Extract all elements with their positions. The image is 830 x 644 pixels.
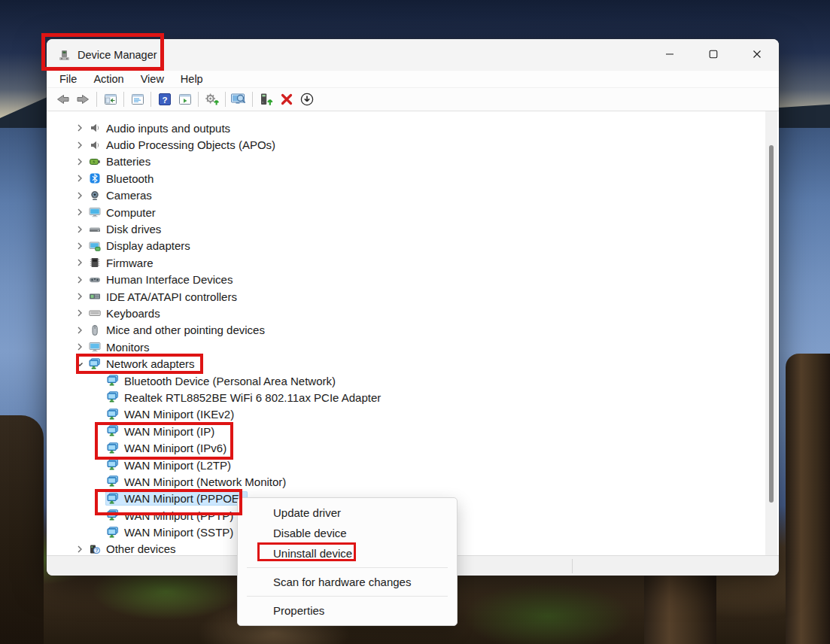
scrollbar-thumb[interactable] bbox=[769, 145, 774, 503]
tree-item-disk-drives[interactable]: Disk drives bbox=[47, 220, 779, 237]
tree-item-display-adapters[interactable]: Display adapters bbox=[47, 238, 779, 254]
camera-icon bbox=[89, 190, 101, 202]
close-button[interactable] bbox=[735, 39, 779, 69]
tree-item-wan-miniport-network-monitor[interactable]: WAN Miniport (Network Monitor) bbox=[47, 473, 779, 490]
tree-item-content[interactable]: Human Interface Devices bbox=[87, 272, 237, 287]
menu-file[interactable]: File bbox=[51, 71, 85, 87]
tree-item-wan-miniport-l2tp[interactable]: WAN Miniport (L2TP) bbox=[47, 457, 779, 473]
context-menu-disable-device[interactable]: Disable device bbox=[238, 523, 457, 543]
back-button[interactable] bbox=[53, 90, 73, 109]
context-menu-uninstall-device[interactable]: Uninstall device bbox=[238, 543, 457, 564]
update-driver-button[interactable] bbox=[256, 90, 276, 109]
tree-item-content[interactable]: WAN Miniport (IKEv2) bbox=[105, 407, 239, 421]
tree-item-mice-and-other-pointing-devices[interactable]: Mice and other pointing devices bbox=[47, 322, 779, 339]
chevron-right-icon[interactable] bbox=[72, 190, 87, 202]
tree-item-content[interactable]: Computer bbox=[87, 205, 160, 220]
console-tree-icon bbox=[103, 92, 118, 107]
tree-item-bluetooth-device-personal-area-network[interactable]: Bluetooth Device (Personal Area Network) bbox=[47, 372, 779, 389]
disable-device-button[interactable] bbox=[296, 90, 317, 109]
tree-item-content[interactable]: Audio inputs and outputs bbox=[87, 121, 235, 135]
forward-button[interactable] bbox=[73, 90, 93, 109]
action-pane-button[interactable] bbox=[175, 90, 195, 109]
tree-item-content[interactable]: Mice and other pointing devices bbox=[87, 323, 269, 337]
chevron-right-icon[interactable] bbox=[72, 139, 87, 151]
context-menu-properties[interactable]: Properties bbox=[238, 600, 457, 621]
menu-bar: FileActionViewHelp bbox=[47, 71, 779, 88]
tree-item-content[interactable]: ?Other devices bbox=[87, 542, 181, 555]
chevron-right-icon[interactable] bbox=[72, 172, 87, 184]
maximize-button[interactable] bbox=[692, 39, 735, 69]
tree-item-label: WAN Miniport (PPTP) bbox=[124, 509, 233, 522]
tree-item-content[interactable]: Network adapters bbox=[87, 357, 199, 371]
tree-item-cameras[interactable]: Cameras bbox=[47, 187, 779, 204]
tree-item-label: Human Interface Devices bbox=[106, 273, 233, 286]
chevron-right-icon[interactable] bbox=[72, 341, 87, 353]
chevron-right-icon[interactable] bbox=[72, 257, 87, 269]
scan-hardware-changes-button[interactable] bbox=[229, 90, 249, 109]
menu-help[interactable]: Help bbox=[172, 71, 211, 87]
tree-item-audio-processing-objects-apos[interactable]: Audio Processing Objects (APOs) bbox=[47, 136, 779, 153]
tree-item-content[interactable]: Audio Processing Objects (APOs) bbox=[87, 138, 280, 152]
tree-item-content[interactable]: WAN Miniport (SSTP) bbox=[105, 525, 238, 539]
tree-item-content[interactable]: WAN Miniport (PPPOE) bbox=[105, 491, 248, 506]
menu-view[interactable]: View bbox=[132, 71, 172, 87]
tree-item-keyboards[interactable]: Keyboards bbox=[47, 305, 779, 321]
chevron-right-icon[interactable] bbox=[72, 122, 87, 134]
tree-item-network-adapters[interactable]: Network adapters bbox=[47, 355, 779, 372]
bluetooth-icon bbox=[89, 172, 101, 184]
tree-item-content[interactable]: WAN Miniport (IP) bbox=[105, 424, 219, 439]
tree-item-content[interactable]: WAN Miniport (IPv6) bbox=[105, 441, 231, 455]
tree-item-bluetooth[interactable]: Bluetooth bbox=[47, 170, 779, 187]
chevron-right-icon[interactable] bbox=[72, 274, 87, 286]
update-driver-software-button[interactable] bbox=[202, 90, 222, 109]
tree-item-computer[interactable]: Computer bbox=[47, 204, 779, 220]
tree-item-realtek-rtl8852be-wifi-6-802-11ax-pcie-adapter[interactable]: Realtek RTL8852BE WiFi 6 802.11ax PCIe A… bbox=[47, 389, 779, 406]
tree-item-content[interactable]: Cameras bbox=[87, 188, 157, 202]
chevron-right-icon[interactable] bbox=[72, 324, 87, 336]
tree-item-content[interactable]: Bluetooth Device (Personal Area Network) bbox=[105, 374, 340, 388]
tree-item-firmware[interactable]: Firmware bbox=[47, 254, 779, 271]
tree-item-content[interactable]: Monitors bbox=[87, 340, 154, 354]
tree-item-content[interactable]: Disk drives bbox=[87, 222, 166, 236]
svg-text:?: ? bbox=[96, 548, 99, 553]
minimize-button[interactable] bbox=[648, 39, 692, 69]
help-button[interactable]: ? bbox=[154, 90, 175, 109]
chevron-right-icon[interactable] bbox=[72, 240, 87, 252]
tree-item-content[interactable]: Keyboards bbox=[87, 306, 165, 320]
wallpaper-tree-trunk bbox=[786, 354, 830, 644]
tree-item-batteries[interactable]: Batteries bbox=[47, 153, 779, 170]
chevron-right-icon[interactable] bbox=[72, 206, 87, 218]
tree-item-audio-inputs-and-outputs[interactable]: Audio inputs and outputs bbox=[47, 120, 779, 136]
context-menu-scan-for-hardware-changes[interactable]: Scan for hardware changes bbox=[238, 572, 457, 592]
network-adapter-icon bbox=[107, 425, 119, 437]
tree-item-content[interactable]: WAN Miniport (Network Monitor) bbox=[105, 475, 290, 489]
chevron-right-icon[interactable] bbox=[72, 307, 87, 319]
tree-item-wan-miniport-ip[interactable]: WAN Miniport (IP) bbox=[47, 423, 779, 439]
chevron-right-icon[interactable] bbox=[72, 290, 87, 302]
tree-item-content[interactable]: Batteries bbox=[87, 154, 155, 169]
title-bar[interactable]: Device Manager bbox=[47, 39, 779, 71]
menu-action[interactable]: Action bbox=[85, 71, 132, 87]
chevron-right-icon[interactable] bbox=[72, 156, 87, 168]
tree-item-content[interactable]: Display adapters bbox=[87, 238, 195, 253]
tree-item-content[interactable]: Firmware bbox=[87, 256, 158, 270]
context-menu-update-driver[interactable]: Update driver bbox=[238, 503, 457, 523]
uninstall-device-button[interactable] bbox=[276, 90, 296, 109]
tree-item-content[interactable]: IDE ATA/ATAPI controllers bbox=[87, 290, 242, 304]
tree-item-content[interactable]: WAN Miniport (L2TP) bbox=[105, 458, 236, 472]
tree-item-content[interactable]: WAN Miniport (PPTP) bbox=[105, 509, 238, 523]
tree-item-ide-ata-atapi-controllers[interactable]: IDE ATA/ATAPI controllers bbox=[47, 288, 779, 305]
chevron-right-icon[interactable] bbox=[72, 543, 87, 555]
tree-item-content[interactable]: Realtek RTL8852BE WiFi 6 802.11ax PCIe A… bbox=[105, 390, 385, 405]
tree-item-content[interactable]: Bluetooth bbox=[87, 172, 158, 186]
tree-item-monitors[interactable]: Monitors bbox=[47, 339, 779, 355]
show-console-tree-button[interactable] bbox=[100, 90, 120, 109]
scrollbar-track[interactable] bbox=[765, 111, 777, 555]
chevron-right-icon[interactable] bbox=[72, 223, 87, 235]
chevron-down-icon[interactable] bbox=[72, 358, 87, 370]
tree-item-wan-miniport-ipv6[interactable]: WAN Miniport (IPv6) bbox=[47, 439, 779, 456]
tree-item-label: Audio inputs and outputs bbox=[106, 122, 230, 135]
properties-button[interactable] bbox=[127, 90, 147, 109]
tree-item-human-interface-devices[interactable]: Human Interface Devices bbox=[47, 272, 779, 288]
tree-item-wan-miniport-ikev2[interactable]: WAN Miniport (IKEv2) bbox=[47, 406, 779, 423]
